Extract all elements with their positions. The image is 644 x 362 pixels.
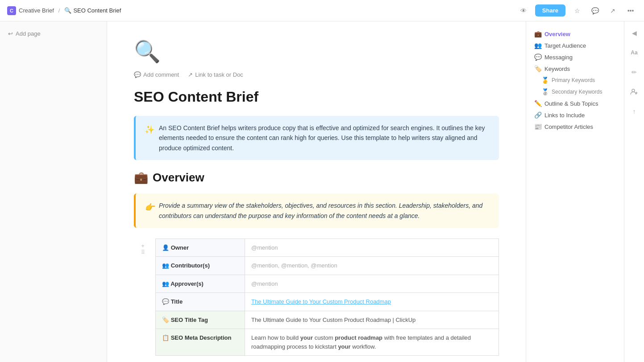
table-row: 🏷️ SEO Title Tag The Ultimate Guide to Y…	[156, 311, 499, 329]
collapse-sidebar-icon[interactable]: ◀	[628, 27, 640, 39]
seo-title-icon: 🏷️	[162, 317, 169, 323]
table-value-cell: The Ultimate Guide to Your Custom Produc…	[245, 311, 499, 329]
search-icon: 🔍	[64, 7, 71, 14]
left-sidebar: ↩ Add page	[0, 21, 107, 362]
toc-item-competitor-articles[interactable]: 📰 Competitor Articles	[532, 121, 619, 132]
overview-table: 👤 Owner @mention 👥 Contributor(s) @menti…	[155, 239, 499, 356]
star-icon[interactable]: ☆	[571, 4, 583, 17]
main-layout: ↩ Add page 🔍 💬 Add comment ↗ Link to tas…	[0, 21, 644, 362]
toc-item-links-to-include[interactable]: 🔗 Links to Include	[532, 110, 619, 120]
breadcrumb-current: 🔍 SEO Content Brief	[64, 7, 121, 14]
overview-icon: 💼	[134, 171, 148, 185]
table-row: 👤 Owner @mention	[156, 239, 499, 257]
export-icon[interactable]: ↗	[607, 4, 619, 17]
app-icon: C	[7, 6, 16, 15]
link-icon: ↗	[188, 71, 193, 78]
callout-yellow: 👉 Provide a summary view of the stakehol…	[134, 193, 499, 228]
table-label-cell: 🏷️ SEO Title Tag	[156, 311, 245, 329]
toc-item-overview[interactable]: 💼 Overview	[532, 29, 619, 39]
overview-heading: 💼 Overview	[134, 171, 499, 185]
table-label-cell: 👤 Owner	[156, 239, 245, 257]
drag-handle-icon[interactable]: ⠿	[141, 249, 145, 255]
toc-icon-messaging: 💬	[534, 53, 542, 61]
share-button[interactable]: Share	[535, 4, 565, 16]
right-panel: 💼 Overview 👥 Target Audience 💬 Messaging…	[526, 21, 644, 362]
more-icon[interactable]: •••	[624, 4, 637, 17]
toc-icon-keywords: 🏷️	[534, 65, 542, 72]
table-value-cell: @mention, @mention, @mention	[245, 257, 499, 275]
pointing-icon: 👉	[145, 201, 154, 221]
font-size-icon[interactable]: Aa	[628, 46, 640, 59]
table-row: 📋 SEO Meta Description Learn how to buil…	[156, 329, 499, 356]
table-row: 💬 Title The Ultimate Guide to Your Custo…	[156, 293, 499, 311]
add-user-icon[interactable]	[628, 86, 640, 98]
toc-item-keywords[interactable]: 🏷️ Keywords	[532, 63, 619, 74]
chat-icon[interactable]: 💬	[589, 4, 601, 17]
title-icon: 💬	[162, 298, 169, 305]
share-upload-icon[interactable]: ↑	[628, 105, 640, 118]
contributors-icon: 👥	[162, 262, 169, 269]
toc-item-primary-keywords[interactable]: 🥇 Primary Keywords	[532, 75, 619, 86]
table-value-cell: Learn how to build your custom product r…	[245, 329, 499, 356]
toc-icon-target-audience: 👥	[534, 42, 542, 49]
content-area: 🔍 💬 Add comment ↗ Link to task or Doc SE…	[107, 21, 526, 362]
toc-icon-links: 🔗	[534, 111, 542, 119]
add-page-icon: ↩	[8, 30, 13, 37]
table-label-cell: 💬 Title	[156, 293, 245, 311]
comment-icon: 💬	[134, 71, 141, 78]
table-row: 👥 Approver(s) @mention	[156, 275, 499, 293]
toc-item-outline-subtopics[interactable]: ✏️ Outline & Sub Topics	[532, 98, 619, 109]
breadcrumb-separator: /	[58, 7, 60, 14]
add-page-button[interactable]: ↩ Add page	[5, 29, 101, 39]
table-label-cell: 👥 Contributor(s)	[156, 257, 245, 275]
title-link[interactable]: The Ultimate Guide to Your Custom Produc…	[251, 298, 391, 305]
toc-icon-primary-kw: 🥇	[541, 77, 549, 84]
breadcrumb: C Creative Brief / 🔍 SEO Content Brief	[7, 6, 121, 15]
toc-item-target-audience[interactable]: 👥 Target Audience	[532, 40, 619, 51]
doc-toolbar: 💬 Add comment ↗ Link to task or Doc	[134, 71, 499, 78]
topbar-actions: 👁 Share ☆ 💬 ↗ •••	[517, 4, 637, 17]
toc-item-messaging[interactable]: 💬 Messaging	[532, 52, 619, 62]
table-of-contents: 💼 Overview 👥 Target Audience 💬 Messaging…	[526, 21, 624, 362]
table-value-cell: The Ultimate Guide to Your Custom Produc…	[245, 293, 499, 311]
table-value-cell: @mention	[245, 275, 499, 293]
table-label-cell: 👥 Approver(s)	[156, 275, 245, 293]
doc-icon: 🔍	[134, 39, 499, 64]
table-row: 👥 Contributor(s) @mention, @mention, @me…	[156, 257, 499, 275]
toc-icon-overview: 💼	[534, 30, 542, 37]
edit-icon[interactable]: ✏	[628, 66, 640, 78]
doc-main-title: SEO Content Brief	[134, 89, 499, 105]
eye-icon[interactable]: 👁	[517, 4, 530, 17]
approvers-icon: 👥	[162, 280, 169, 287]
add-row-icon[interactable]: +	[141, 243, 144, 249]
toc-icon-outline: ✏️	[534, 100, 542, 107]
svg-point-0	[632, 89, 635, 92]
callout-blue: ✨ An SEO Content Brief helps writers pro…	[134, 116, 499, 160]
breadcrumb-parent[interactable]: Creative Brief	[19, 7, 54, 14]
toc-icon-competitor: 📰	[534, 123, 542, 130]
table-value-cell: @mention	[245, 239, 499, 257]
toc-icon-secondary-kw: 🥈	[541, 88, 549, 95]
seo-meta-icon: 📋	[162, 334, 169, 341]
right-tools: ◀ Aa ✏ ↑	[624, 21, 644, 362]
add-comment-button[interactable]: 💬 Add comment	[134, 71, 179, 78]
toc-item-secondary-keywords[interactable]: 🥈 Secondary Keywords	[532, 86, 619, 97]
topbar: C Creative Brief / 🔍 SEO Content Brief 👁…	[0, 0, 644, 21]
table-label-cell: 📋 SEO Meta Description	[156, 329, 245, 356]
sparkle-icon: ✨	[145, 123, 154, 153]
link-to-task-button[interactable]: ↗ Link to task or Doc	[188, 71, 243, 78]
owner-icon: 👤	[162, 244, 169, 251]
